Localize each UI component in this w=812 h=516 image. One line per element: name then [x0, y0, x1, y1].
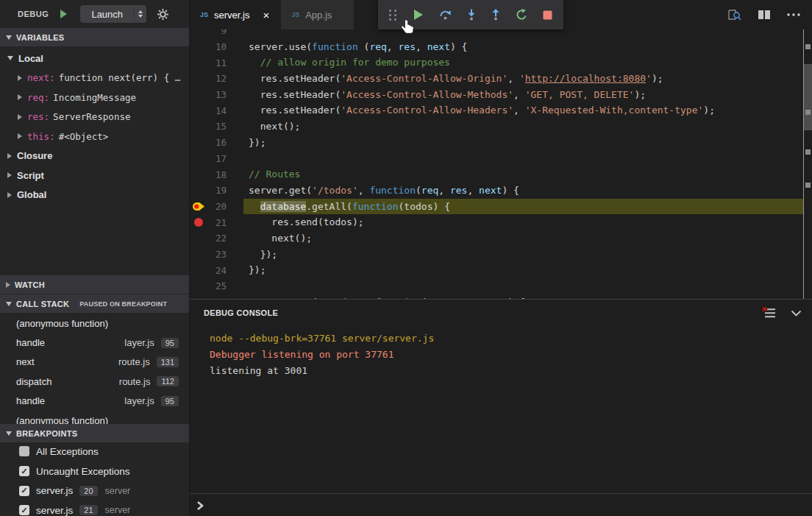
code-line-17[interactable]: 17: [190, 151, 812, 167]
code-line-14[interactable]: 14 res.setHeader('Access-Control-Allow-H…: [190, 102, 812, 119]
breakpoint-row[interactable]: ✓server.js20server: [0, 481, 189, 501]
code-text[interactable]: database.getAll(function(todos) {: [243, 199, 803, 215]
collapse-panel-icon[interactable]: [791, 310, 802, 317]
call-stack-frame[interactable]: handlelayer.js95: [0, 333, 189, 352]
launch-config-value: Launch: [80, 9, 134, 20]
tab-server-js[interactable]: JSserver.js×: [190, 0, 279, 29]
chevron-right-icon[interactable]: [18, 133, 22, 139]
close-icon[interactable]: ×: [263, 10, 269, 21]
current-line-breakpoint-icon[interactable]: [190, 202, 207, 211]
breakpoints-section-header[interactable]: BREAKPOINTS: [0, 424, 189, 442]
code-text[interactable]: server.get('/todos', function(req, res, …: [243, 183, 803, 199]
code-line-11[interactable]: 11 // allow origin for demo purposes: [190, 54, 812, 71]
code-line-25[interactable]: 25: [190, 278, 812, 294]
breakpoint-checkbox[interactable]: ✓: [19, 466, 29, 476]
code-editor[interactable]: 910server.use(function (req, res, next) …: [190, 29, 812, 299]
scope-row-global[interactable]: Global: [0, 185, 189, 205]
code-line-13[interactable]: 13 res.setHeader('Access-Control-Allow-M…: [190, 87, 812, 103]
overview-ruler[interactable]: [803, 29, 812, 299]
breakpoint-checkbox[interactable]: [19, 446, 29, 456]
code-text[interactable]: res.setHeader('Access-Control-Allow-Meth…: [243, 87, 803, 103]
variable-value: #<Object>: [59, 131, 109, 142]
tab-App-js[interactable]: JSApp.js: [281, 0, 354, 29]
code-text[interactable]: [243, 151, 803, 167]
step-into-button[interactable]: [467, 9, 476, 21]
code-text[interactable]: // Routes: [243, 166, 803, 183]
code-line-10[interactable]: 10server.use(function (req, res, next) {: [190, 39, 812, 55]
code-text[interactable]: next();: [243, 230, 803, 247]
console-output-line[interactable]: Debugger listening on port 37761: [210, 347, 812, 363]
line-number: 9: [207, 29, 227, 36]
frame-line-badge: 95: [161, 396, 179, 406]
code-text[interactable]: // allow origin for demo purposes: [243, 54, 803, 71]
step-over-button[interactable]: [439, 9, 452, 21]
split-editor-icon[interactable]: [758, 10, 771, 20]
call-stack-frame[interactable]: dispatchroute.js112: [0, 372, 189, 391]
start-debug-icon[interactable]: [60, 10, 67, 18]
code-text[interactable]: res.setHeader('Access-Control-Allow-Orig…: [243, 71, 803, 87]
chevron-right-icon[interactable]: [7, 172, 12, 178]
chevron-right-icon[interactable]: [18, 75, 22, 81]
code-text[interactable]: server.use(function (req, res, next) {: [243, 39, 803, 55]
frame-file: layer.js: [124, 337, 154, 348]
drag-handle[interactable]: [389, 10, 397, 21]
code-text[interactable]: res.setHeader('Access-Control-Allow-Head…: [243, 102, 803, 119]
debug-console-input[interactable]: [190, 493, 812, 516]
launch-config-dropdown[interactable]: Launch: [80, 5, 146, 23]
line-number: 17: [207, 153, 227, 164]
watch-section-header[interactable]: WATCH: [0, 275, 189, 294]
restart-button[interactable]: [516, 9, 527, 21]
code-text[interactable]: next();: [243, 119, 803, 135]
scope-row-script[interactable]: Script: [0, 166, 189, 185]
code-line-9[interactable]: 9: [190, 29, 812, 39]
code-line-18[interactable]: 18// Routes: [190, 166, 812, 183]
breakpoint-row[interactable]: ✓Uncaught Exceptions: [0, 462, 189, 481]
call-stack-frame[interactable]: (anonymous function): [0, 314, 189, 333]
chevron-right-icon[interactable]: [7, 192, 12, 198]
chevron-right-icon[interactable]: [7, 153, 12, 159]
more-actions-icon[interactable]: [787, 13, 800, 16]
code-line-19[interactable]: 19server.get('/todos', function(req, res…: [190, 183, 812, 199]
code-text[interactable]: });: [243, 247, 803, 263]
breakpoint-icon[interactable]: [190, 218, 207, 227]
code-text[interactable]: res.send(todos);: [243, 214, 803, 230]
variable-row[interactable]: next:function next(err) { …: [0, 68, 189, 88]
clear-console-icon[interactable]: [762, 307, 776, 319]
variable-value: IncomingMessage: [53, 92, 136, 103]
code-line-12[interactable]: 12 res.setHeader('Access-Control-Allow-O…: [190, 71, 812, 87]
chevron-right-icon[interactable]: [18, 114, 22, 120]
console-output-line[interactable]: listening at 3001: [210, 363, 812, 379]
breakpoint-row[interactable]: ✓server.js21server: [0, 501, 189, 516]
variables-section-header[interactable]: VARIABLES: [0, 28, 189, 46]
chevron-right-icon[interactable]: [18, 94, 22, 100]
code-line-20[interactable]: 20 database.getAll(function(todos) {: [190, 199, 812, 215]
variable-row[interactable]: res:ServerResponse: [0, 107, 189, 127]
step-out-button[interactable]: [491, 9, 500, 21]
code-line-15[interactable]: 15 next();: [190, 119, 812, 135]
code-line-24[interactable]: 24});: [190, 262, 812, 278]
variable-row[interactable]: req:IncomingMessage: [0, 88, 189, 107]
gear-icon[interactable]: [157, 8, 169, 21]
breakpoint-row[interactable]: All Exceptions: [0, 442, 189, 462]
code-line-21[interactable]: 21 res.send(todos);: [190, 214, 812, 230]
call-stack-frame[interactable]: (anonymous function): [0, 411, 189, 424]
scrollbar-thumb[interactable]: [804, 64, 812, 130]
code-line-22[interactable]: 22 next();: [190, 230, 812, 247]
code-line-16[interactable]: 16});: [190, 135, 812, 151]
code-text[interactable]: });: [243, 135, 803, 151]
stop-button[interactable]: [543, 10, 552, 20]
call-stack-frame[interactable]: nextroute.js131: [0, 353, 189, 372]
variable-row[interactable]: this:#<Object>: [0, 127, 189, 146]
breakpoint-checkbox[interactable]: ✓: [19, 505, 29, 515]
console-output-line[interactable]: node --debug-brk=37761 server/server.js: [210, 331, 812, 347]
code-text[interactable]: [243, 29, 803, 39]
code-line-23[interactable]: 23 });: [190, 247, 812, 263]
code-text[interactable]: });: [243, 262, 803, 278]
scope-row-local[interactable]: Local: [0, 49, 189, 68]
code-text[interactable]: [243, 278, 803, 294]
find-icon[interactable]: [727, 8, 741, 21]
scope-row-closure[interactable]: Closure: [0, 146, 189, 166]
call-stack-frame[interactable]: handlelayer.js95: [0, 392, 189, 411]
breakpoint-checkbox[interactable]: ✓: [19, 486, 29, 496]
call-stack-section-header[interactable]: CALL STACK PAUSED ON BREAKPOINT: [0, 294, 189, 313]
